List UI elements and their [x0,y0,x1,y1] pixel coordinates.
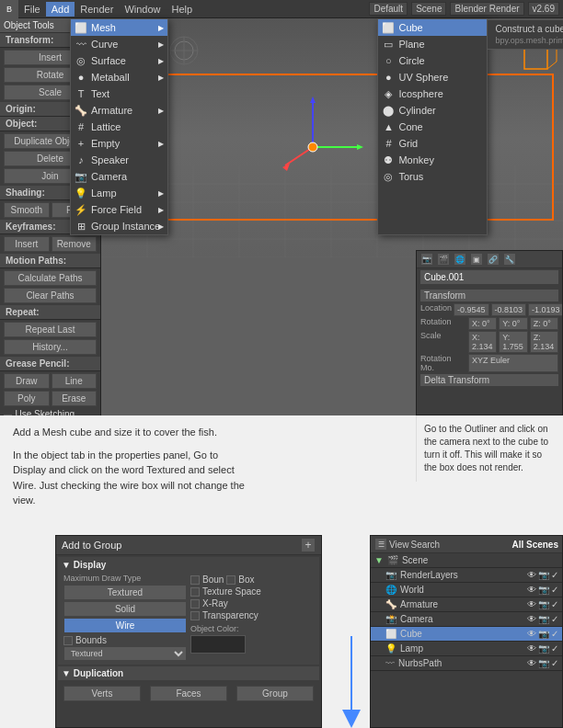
scale-z[interactable]: Z: 2.134 [530,331,558,353]
outliner-all-scenes[interactable]: All Scenes [511,540,558,550]
eye-icon-arm[interactable]: 👁 [527,599,536,609]
history-button[interactable]: History... [4,339,97,355]
mesh-cube[interactable]: ⬜ Cube [378,19,487,36]
bounds-checkbox[interactable] [63,636,73,645]
menu-add[interactable]: Add [46,2,75,17]
mesh-plane[interactable]: ▭ Plane [378,36,487,52]
line-button[interactable]: Line [52,373,98,389]
eye-icon-nurbs[interactable]: 👁 [527,658,536,668]
engine-selector[interactable]: Blender Render [450,2,523,16]
menu-help[interactable]: Help [167,2,199,17]
erase-button[interactable]: Erase [52,391,98,406]
check-icon-cam[interactable]: ✓ [551,614,558,624]
outliner-world[interactable]: 🌐 World 👁 📷 ✓ [371,583,562,597]
add-menu-lamp[interactable]: 💡 Lamp [71,185,167,201]
check-icon-arm[interactable]: ✓ [551,599,558,609]
camera-icon-arm[interactable]: 📷 [538,599,549,609]
add-menu-text[interactable]: T Text [71,85,167,102]
boun-checkbox[interactable] [190,575,200,585]
verts-button[interactable]: Verts [63,686,141,701]
texture-space-checkbox[interactable] [190,587,200,597]
insert-button[interactable]: Insert [4,236,50,252]
add-menu-camera[interactable]: 📷 Camera [71,168,167,185]
wire-button[interactable]: Wire [63,618,187,633]
location-x[interactable]: -0.9545 [454,303,489,316]
box-checkbox[interactable] [226,575,236,585]
camera-icon-cube[interactable]: 📷 [538,629,549,639]
rotation-x[interactable]: X: 0° [468,317,497,330]
clear-paths-button[interactable]: Clear Paths [4,288,97,303]
props-tab-object[interactable]: ▣ [470,253,483,266]
check-icon-world[interactable]: ✓ [551,585,558,595]
bounds-dropdown[interactable]: Textured [63,646,187,661]
props-tab-modifiers[interactable]: 🔧 [503,253,516,266]
smooth-button[interactable]: Smooth [4,202,50,218]
outliner-nav-icon[interactable]: ☰ [374,538,387,551]
eye-icon-cam[interactable]: 👁 [527,614,536,624]
workspace-selector[interactable]: Default [369,2,408,16]
outliner-scene[interactable]: ▼ 🎬 Scene [371,553,562,568]
mesh-monkey[interactable]: ⚉ Monkey [378,152,487,168]
eye-icon-rl[interactable]: 👁 [527,570,536,580]
outliner-camera[interactable]: 📸 Camera 👁 📷 ✓ [371,612,562,627]
outliner-armature[interactable]: 🦴 Armature 👁 📷 ✓ [371,597,562,612]
props-tab-render[interactable]: 📷 [420,253,433,266]
transparency-checkbox[interactable] [190,611,200,620]
mesh-cylinder[interactable]: ⬤ Cylinder [378,102,487,119]
check-icon-rl[interactable]: ✓ [551,570,558,580]
camera-icon-cam[interactable]: 📷 [538,614,549,624]
mesh-torus[interactable]: ◎ Torus [378,168,487,185]
mesh-uvsphere[interactable]: ● UV Sphere [378,69,487,85]
camera-icon-lamp[interactable]: 📷 [538,643,549,654]
check-icon-nurbs[interactable]: ✓ [551,658,558,668]
add-menu-surface[interactable]: ◎ Surface [71,52,167,69]
location-z[interactable]: -1.0193 [528,303,563,316]
add-menu-group[interactable]: ⊞ Group Instance [71,218,167,234]
props-tab-world[interactable]: 🌐 [454,253,466,266]
outliner-cube[interactable]: ⬜ Cube 👁 📷 ✓ [371,627,562,642]
props-tab-constraints[interactable]: 🔗 [487,253,500,266]
textured-button[interactable]: Textured [63,585,187,600]
mesh-icosphere[interactable]: ◈ Icosphere [378,85,487,102]
add-menu-forcefield[interactable]: ⚡ Force Field [71,201,167,218]
add-menu-empty[interactable]: + Empty [71,135,167,152]
faces-button[interactable]: Faces [150,686,227,701]
draw-button[interactable]: Draw [4,373,50,389]
add-menu-mesh[interactable]: ⬜ Mesh [71,19,167,36]
menu-window[interactable]: Window [119,2,166,17]
repeat-last-button[interactable]: Repeat Last [4,322,97,337]
solid-button[interactable]: Solid [63,601,187,617]
add-menu-speaker[interactable]: ♪ Speaker [71,152,167,168]
mesh-cone[interactable]: ▲ Cone [378,119,487,135]
mesh-circle[interactable]: ○ Circle [378,52,487,69]
add-menu-metaball[interactable]: ● Metaball [71,69,167,85]
props-tab-scene[interactable]: 🎬 [437,253,450,266]
scale-y[interactable]: Y: 1.755 [499,331,527,353]
camera-icon-nurbs[interactable]: 📷 [538,658,549,668]
location-y[interactable]: -0.8103 [491,303,527,316]
group-button[interactable]: Group [236,686,314,701]
eye-icon-world[interactable]: 👁 [527,585,536,595]
menu-file[interactable]: File [18,2,46,17]
outliner-render-layers[interactable]: 📷 RenderLayers 👁 📷 ✓ [371,568,562,583]
poly-button[interactable]: Poly [4,391,50,406]
check-icon-lamp[interactable]: ✓ [551,643,558,654]
remove-button[interactable]: Remove [52,236,98,252]
check-icon-cube[interactable]: ✓ [551,629,558,639]
outliner-nurbspath[interactable]: 〰 NurbsPath 👁 📷 ✓ [371,656,562,671]
add-to-group-plus[interactable]: + [301,538,316,552]
outliner-view[interactable]: View [389,540,409,550]
eye-icon-lamp[interactable]: 👁 [527,643,536,654]
add-menu-lattice[interactable]: # Lattice [71,119,167,135]
outliner-lamp[interactable]: 💡 Lamp 👁 📷 ✓ [371,642,562,656]
add-menu-curve[interactable]: 〰 Curve [71,36,167,52]
menu-render[interactable]: Render [75,2,119,17]
scale-x[interactable]: X: 2.134 [468,331,497,353]
camera-icon-rl[interactable]: 📷 [538,570,549,580]
rotation-y[interactable]: Y: 0° [499,317,527,330]
xray-checkbox[interactable] [190,599,200,609]
eye-icon-cube[interactable]: 👁 [527,629,536,639]
camera-icon-world[interactable]: 📷 [538,585,549,595]
object-color-swatch[interactable] [190,635,246,654]
outliner-search[interactable]: Search [411,540,441,550]
